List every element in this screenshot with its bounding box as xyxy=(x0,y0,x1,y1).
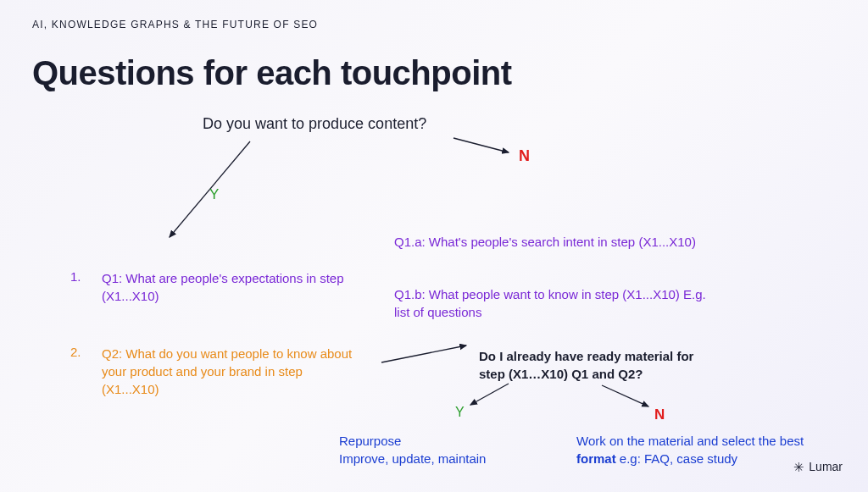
work-pre: Work on the material and select the best xyxy=(576,434,804,448)
logo-icon: ✳ xyxy=(793,461,804,473)
q2-number: 2. xyxy=(70,345,81,359)
q1-text: Q1: What are people's expectations in st… xyxy=(102,269,348,305)
q1a-text: Q1.a: What's people's search intent in s… xyxy=(394,235,696,249)
svg-line-2 xyxy=(381,346,466,362)
arrow-main-to-n xyxy=(449,131,526,165)
svg-line-4 xyxy=(602,385,648,406)
q2-text: Q2: What do you want people to know abou… xyxy=(102,345,356,398)
logo: ✳ Lumar xyxy=(793,460,843,473)
q1b-text: Q1.b: What people want to know in step (… xyxy=(394,285,708,321)
work-material-text: Work on the material and select the best… xyxy=(576,432,814,467)
n-bottom-label: N xyxy=(654,406,665,423)
q1-number: 1. xyxy=(70,269,81,284)
slide-header: AI, KNOWLEDGE GRAPHS & THE FUTURE OF SEO xyxy=(32,19,318,30)
work-post: e.g: FAQ, case study xyxy=(616,451,737,466)
y-top-label: Y xyxy=(209,186,219,203)
question-sub: Do I already have ready material for ste… xyxy=(479,347,699,383)
svg-line-3 xyxy=(470,384,509,405)
y-bottom-label: Y xyxy=(455,405,465,420)
repurpose-text: Repurpose Improve, update, maintain xyxy=(339,432,517,467)
work-format: format xyxy=(576,451,616,466)
repurpose-line1: Repurpose xyxy=(339,434,401,448)
arrow-q2-to-sub xyxy=(377,337,479,371)
n-top-label: N xyxy=(519,147,530,165)
logo-text: Lumar xyxy=(809,460,843,473)
arrow-sub-to-y xyxy=(462,379,521,413)
arrow-main-to-y xyxy=(153,137,263,247)
repurpose-line2: Improve, update, maintain xyxy=(339,451,486,466)
svg-line-1 xyxy=(453,138,509,152)
slide-title: Questions for each touchpoint xyxy=(32,54,512,92)
question-main: Do you want to produce content? xyxy=(203,115,426,133)
